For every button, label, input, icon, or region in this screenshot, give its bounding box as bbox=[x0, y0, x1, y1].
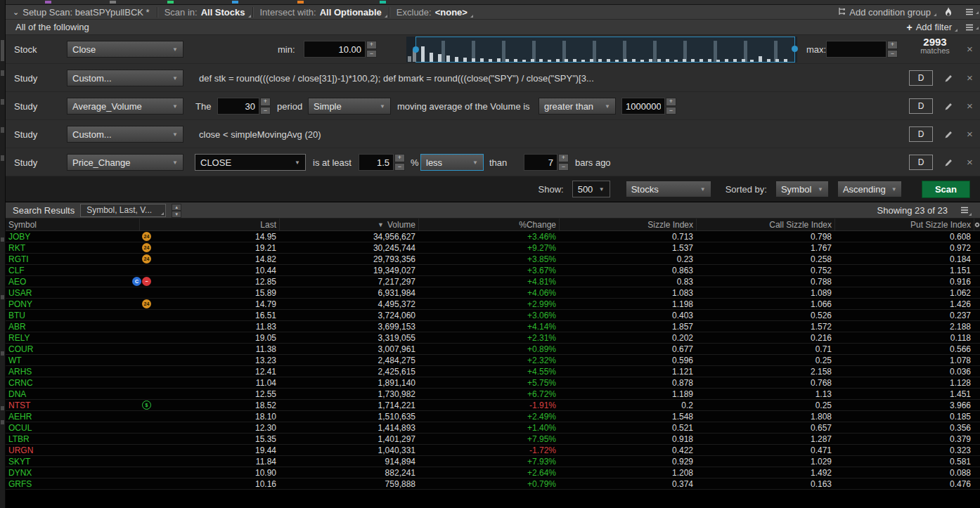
table-row[interactable]: OCUL12.301,414,893+1.40%0.5210.6570.356 bbox=[6, 422, 980, 434]
header-put-sizzle-index[interactable]: Put Sizzle Index bbox=[834, 219, 974, 230]
aggregation-period-button[interactable]: D bbox=[909, 126, 933, 142]
filter-type-label: Study bbox=[14, 157, 37, 168]
remove-filter-icon[interactable]: × bbox=[967, 157, 973, 167]
aggregation-period-button[interactable]: D bbox=[909, 155, 933, 170]
scan-in-menu[interactable]: Scan in: All Stocks bbox=[157, 5, 252, 19]
min-range-handle[interactable] bbox=[413, 46, 419, 53]
header-percent-change[interactable]: %Change bbox=[418, 219, 559, 230]
remove-filter-icon[interactable]: × bbox=[967, 129, 973, 139]
symbol-cell: CLF bbox=[6, 266, 139, 275]
decrement-button[interactable]: − bbox=[887, 50, 898, 58]
decrement-button[interactable]: − bbox=[366, 50, 377, 58]
table-row[interactable]: SKYT11.84914,894+7.93%0.9291.0290.581 bbox=[6, 456, 980, 467]
increment-button[interactable]: + bbox=[666, 98, 676, 106]
edit-pencil-icon[interactable] bbox=[944, 101, 953, 114]
add-filter-button[interactable]: + Add filter bbox=[900, 22, 960, 33]
table-row[interactable]: BTU16.513,724,060+3.06%0.4030.5260.237 bbox=[6, 310, 980, 321]
table-row[interactable]: COUR11.383,007,961+0.89%0.6770.710.566 bbox=[6, 344, 980, 355]
study-select[interactable]: Price_Change▼ bbox=[67, 154, 183, 171]
header-symbol[interactable]: Symbol bbox=[6, 219, 139, 230]
volume-threshold-input[interactable] bbox=[621, 98, 665, 115]
edit-pencil-icon[interactable] bbox=[944, 157, 953, 170]
exclude-menu[interactable]: Exclude: <none> bbox=[389, 5, 475, 19]
price-field-select[interactable]: CLOSE▼ bbox=[195, 154, 306, 171]
bars-ago-input[interactable] bbox=[524, 154, 557, 171]
show-count-select[interactable]: 500▼ bbox=[572, 181, 610, 197]
sort-field-select[interactable]: Symbol▼ bbox=[775, 181, 829, 197]
setup-scan-menu[interactable]: ⌄ Setup Scan: beatSPYpullBCK * bbox=[6, 5, 157, 19]
average-type-select[interactable]: Simple▼ bbox=[308, 98, 391, 115]
min-input[interactable] bbox=[304, 41, 366, 58]
instrument-type-select[interactable]: Stocks▼ bbox=[626, 181, 711, 197]
decrement-button[interactable]: − bbox=[394, 163, 405, 171]
stock-field-select[interactable]: Close▼ bbox=[67, 41, 183, 58]
table-row[interactable]: DNA12.551,730,982+6.72%1.1891.131.451 bbox=[6, 389, 980, 400]
min-stepper: + − bbox=[366, 41, 377, 58]
table-row[interactable]: JOBY2414.9534,956,627+3.46%0.7130.7980.6… bbox=[6, 231, 980, 242]
header-last[interactable]: Last bbox=[139, 219, 279, 230]
remove-filter-icon[interactable]: × bbox=[967, 72, 973, 83]
column-settings-gear-icon[interactable] bbox=[974, 219, 980, 230]
symbol-badges: 24 bbox=[129, 232, 151, 241]
table-row[interactable]: RELY19.053,319,055+2.31%0.2020.2160.118 bbox=[6, 332, 980, 344]
decrement-button[interactable]: − bbox=[666, 107, 676, 115]
remove-filter-icon[interactable]: × bbox=[967, 100, 973, 111]
period-input[interactable] bbox=[217, 98, 259, 115]
sort-direction-select[interactable]: Ascending▼ bbox=[837, 181, 902, 197]
edit-pencil-icon[interactable] bbox=[944, 73, 953, 86]
increment-button[interactable]: + bbox=[394, 154, 405, 162]
table-row[interactable]: RGTI2414.8229,793,356+3.85%0.230.2580.18… bbox=[6, 254, 980, 265]
subbar-menu-icon[interactable] bbox=[959, 24, 980, 31]
search-results-tab[interactable]: Search Results bbox=[13, 205, 75, 216]
table-row[interactable]: GRFS10.16759,888+0.79%0.3740.1630.476 bbox=[6, 478, 980, 490]
header-sizzle-index[interactable]: Sizzle Index bbox=[559, 219, 696, 230]
max-range-handle[interactable] bbox=[792, 46, 798, 52]
max-input[interactable] bbox=[826, 41, 886, 58]
table-row[interactable]: AEHR18.101,510,635+2.49%1.5481.8080.185 bbox=[6, 411, 980, 422]
scan-button[interactable]: Scan bbox=[922, 181, 970, 198]
percent-input[interactable] bbox=[359, 154, 394, 171]
table-row[interactable]: PONY2414.794,495,372+2.99%1.1981.0661.42… bbox=[6, 299, 980, 310]
column-preset-select[interactable]: Symbol, Last, V... bbox=[80, 204, 166, 217]
sizzle-flame-icon[interactable] bbox=[938, 7, 959, 17]
increment-button[interactable]: + bbox=[366, 41, 377, 49]
intersect-with-menu[interactable]: Intersect with: All Optionable bbox=[253, 5, 389, 19]
add-condition-group-button[interactable]: Add condition group bbox=[830, 7, 938, 18]
table-row[interactable]: ARHS12.412,425,615+4.55%1.1212.1580.036 bbox=[6, 366, 980, 377]
decrement-button[interactable]: − bbox=[558, 163, 569, 171]
direction-select[interactable]: less▼ bbox=[420, 154, 484, 171]
comparison-select[interactable]: greater than▼ bbox=[539, 98, 616, 115]
table-row[interactable]: CLF10.4419,349,027+3.67%0.8630.7521.151 bbox=[6, 265, 980, 276]
study-select[interactable]: Average_Volume▼ bbox=[67, 98, 183, 115]
volume-cell: 1,510,635 bbox=[279, 412, 418, 422]
results-menu-icon[interactable] bbox=[956, 204, 973, 217]
table-row[interactable]: ABR11.833,699,153+4.14%1.8571.5722.188 bbox=[6, 321, 980, 332]
table-row[interactable]: NTST$18.521,714,221-1.91%0.20.253.966 bbox=[6, 400, 980, 411]
table-row[interactable]: AEOC−12.857,217,297+4.81%0.830.7880.916 bbox=[6, 276, 980, 287]
toolbar-menu-icon[interactable] bbox=[959, 8, 980, 15]
table-row[interactable]: CRNC11.041,891,140+5.75%0.8780.7681.128 bbox=[6, 377, 980, 389]
table-row[interactable]: WT13.232,484,275+2.32%0.5960.251.078 bbox=[6, 355, 980, 366]
price-range-histogram[interactable] bbox=[406, 37, 797, 63]
increment-button[interactable]: + bbox=[260, 98, 271, 106]
table-row[interactable]: LTBR15.351,401,297+7.95%0.9181.2870.379 bbox=[6, 434, 980, 445]
table-row[interactable]: RKT2419.2130,245,744+9.27%1.5371.7670.97… bbox=[6, 242, 980, 254]
study-select[interactable]: Custom...▼ bbox=[67, 126, 183, 143]
increment-button[interactable]: + bbox=[558, 154, 569, 162]
table-row[interactable]: USAR15.896,931,984+4.06%1.0831.0891.062 bbox=[6, 287, 980, 299]
increment-button[interactable]: + bbox=[887, 41, 898, 49]
spinner-down-icon[interactable]: ▼ bbox=[172, 211, 181, 218]
header-call-sizzle-index[interactable]: Call Sizzle Index bbox=[696, 219, 834, 230]
spinner-up-icon[interactable]: ▲ bbox=[172, 204, 181, 211]
aggregation-period-button[interactable]: D bbox=[909, 70, 933, 86]
header-volume[interactable]: ▼ Volume bbox=[279, 219, 418, 230]
aggregation-period-button[interactable]: D bbox=[909, 98, 933, 114]
table-row[interactable]: DYNX10.90882,241+2.64%1.2081.4920.088 bbox=[6, 467, 980, 478]
matches-counter: 2993 matches bbox=[907, 37, 963, 56]
edit-pencil-icon[interactable] bbox=[944, 129, 953, 142]
table-row[interactable]: URGN19.441,040,331-1.72%0.4220.4710.323 bbox=[6, 445, 980, 456]
remove-filter-icon[interactable]: × bbox=[967, 44, 973, 54]
study-select[interactable]: Custom...▼ bbox=[67, 70, 183, 86]
decrement-button[interactable]: − bbox=[260, 107, 271, 115]
sizzle-index-cell: 1.857 bbox=[559, 322, 696, 332]
